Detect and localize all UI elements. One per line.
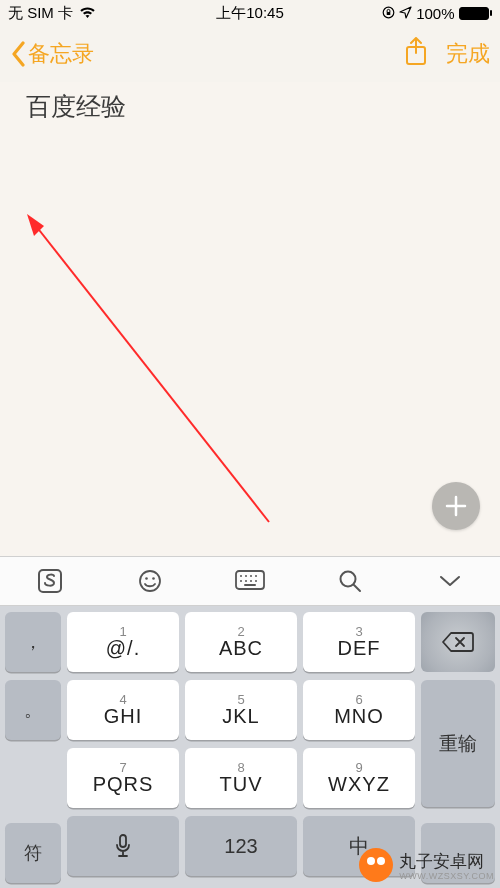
svg-point-7 (145, 577, 148, 580)
svg-point-13 (255, 575, 257, 577)
mic-key[interactable] (67, 816, 179, 876)
carrier-text: 无 SIM 卡 (8, 4, 73, 23)
svg-rect-18 (244, 584, 256, 586)
123-key[interactable]: 123 (185, 816, 297, 876)
backspace-icon (441, 630, 475, 654)
status-time: 上午10:45 (216, 4, 284, 23)
back-button[interactable]: 备忘录 (10, 39, 94, 69)
share-button[interactable] (404, 37, 428, 71)
share-icon (404, 37, 428, 67)
svg-line-3 (36, 226, 269, 522)
period-key[interactable]: 。 (5, 680, 61, 740)
watermark-url: WWW.WZSXSY.COM (399, 871, 494, 881)
key-8[interactable]: 8TUV (185, 748, 297, 808)
keyboard: ， 。 符 1@/. 2ABC 3DEF 4GHI 5JKL 6MNO 7PQR… (0, 606, 500, 888)
key-1[interactable]: 1@/. (67, 612, 179, 672)
watermark: 丸子安卓网 WWW.WZSXSY.COM (359, 848, 494, 882)
sogou-icon[interactable] (35, 566, 65, 596)
add-button[interactable] (432, 482, 480, 530)
svg-point-19 (341, 572, 356, 587)
svg-point-6 (140, 571, 160, 591)
done-button[interactable]: 完成 (446, 39, 490, 69)
svg-rect-9 (236, 571, 264, 589)
note-text: 百度经验 (26, 90, 474, 123)
key-2[interactable]: 2ABC (185, 612, 297, 672)
key-4[interactable]: 4GHI (67, 680, 179, 740)
search-icon[interactable] (335, 566, 365, 596)
backspace-key[interactable] (421, 612, 495, 672)
comma-key[interactable]: ， (5, 612, 61, 672)
nav-bar: 备忘录 完成 (0, 26, 500, 82)
wifi-icon (79, 5, 96, 22)
watermark-logo-icon (359, 848, 393, 882)
svg-rect-21 (120, 835, 126, 847)
note-editor[interactable]: 百度经验 (0, 82, 500, 556)
svg-point-8 (152, 577, 155, 580)
svg-point-12 (250, 575, 252, 577)
lock-icon (382, 5, 395, 22)
svg-point-16 (250, 580, 252, 582)
key-9[interactable]: 9WXYZ (303, 748, 415, 808)
back-label: 备忘录 (28, 39, 94, 69)
battery-icon (459, 7, 493, 20)
svg-point-17 (255, 580, 257, 582)
mic-icon (114, 833, 132, 859)
emoji-icon[interactable] (135, 566, 165, 596)
svg-line-20 (354, 585, 360, 591)
svg-point-15 (245, 580, 247, 582)
keyboard-toolbar (0, 556, 500, 606)
status-bar: 无 SIM 卡 上午10:45 100% (0, 0, 500, 26)
redo-key[interactable]: 重输 (421, 680, 495, 807)
svg-point-14 (240, 580, 242, 582)
location-icon (399, 5, 412, 22)
battery-pct: 100% (416, 5, 454, 22)
key-7[interactable]: 7PQRS (67, 748, 179, 808)
chevron-left-icon (10, 41, 26, 67)
svg-marker-4 (27, 214, 44, 236)
svg-rect-5 (39, 570, 61, 592)
key-3[interactable]: 3DEF (303, 612, 415, 672)
collapse-keyboard-icon[interactable] (435, 566, 465, 596)
svg-point-10 (240, 575, 242, 577)
key-6[interactable]: 6MNO (303, 680, 415, 740)
keyboard-icon[interactable] (235, 566, 265, 596)
annotation-arrow (24, 212, 304, 542)
svg-point-11 (245, 575, 247, 577)
watermark-text: 丸子安卓网 (399, 852, 484, 871)
svg-rect-1 (387, 12, 391, 15)
key-5[interactable]: 5JKL (185, 680, 297, 740)
plus-icon (443, 493, 469, 519)
symbols-key[interactable]: 符 (5, 823, 61, 883)
